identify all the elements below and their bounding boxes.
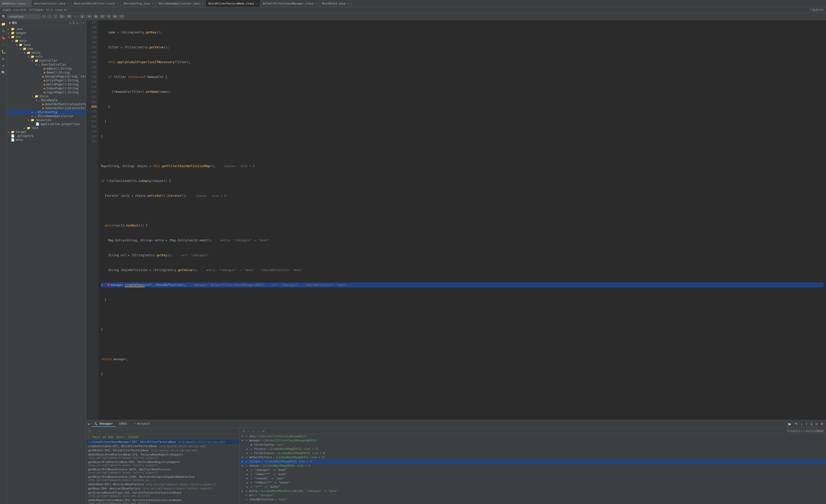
stack-item-10[interactable]: addAsRegistrationBean:193, ServletContex… [86,498,239,504]
tree-item-usercontroller[interactable]: ▼ ☕ UserController [7,63,86,67]
debug-icon[interactable]: 🐛 [0,49,6,55]
var-item-defaultfilters[interactable]: ▼ ≡ defaultFilters = {LinkedHashMap@5013… [240,455,826,459]
var-item-chain-admin[interactable]: ▶ ≡ "/admin/**" -> "authc" [240,481,826,485]
step-over-btn[interactable]: ↷ [793,421,799,427]
debug-tab-debugger[interactable]: 🐛 Debugger [92,421,116,427]
stack-item-0[interactable]: → createFilterChainManager:397, ShiroFil… [86,440,239,444]
tree-item-controller-folder[interactable]: ▼ 📁 Controller [7,59,86,63]
tab-abstractshirofilter[interactable]: AbstractShiroFilter.class × [71,0,121,7]
remove-watch-btn[interactable]: − [247,429,250,433]
tree-item-shiro[interactable]: ▼ 📁 shiro [7,51,86,55]
filter-btn[interactable]: ▽ [88,429,91,433]
var-item-chain-demo[interactable]: ▶ ≡ "/demo/**" -> "anon" [240,472,826,476]
tab-shiroconfig[interactable]: ShiroConfig.java × [121,0,156,7]
bookmark-icon[interactable]: 🔖 [0,35,6,41]
run-icon[interactable]: ▶ [1,56,5,62]
tab-shiroconfig-close[interactable]: × [152,2,153,5]
tree-item-dogetauthz[interactable]: ▶ ● doGetAuthorizationInfo(Pri... [7,106,86,110]
var-item-entry[interactable]: ▶ ≡ entry = {LinkedHashMap$Entry@5110} "… [240,489,826,493]
resume-btn[interactable]: ▶ [787,421,792,427]
tree-item-mainrealm[interactable]: ▼ ☕ MainRealm [7,98,86,102]
tab-abstractshirofilter-close[interactable]: × [117,2,118,5]
search-down-btn[interactable]: ▼ [86,15,92,18]
tree-item-test[interactable]: ▶ 📁 test [7,126,86,130]
var-expand-icon[interactable]: ▼ [242,456,245,459]
tree-item-mvn[interactable]: ▶ 📁 .mvn [7,27,86,31]
run-icon[interactable]: ▶ [88,422,90,426]
search-all-btn[interactable]: ☰ [100,15,105,18]
gear-icon[interactable]: ⚙ [69,21,71,25]
var-item-this[interactable]: ▼ ≡ this = {ShiroFilterFactoryBean@4917} [240,434,826,438]
frames-btn[interactable]: ≡ [820,421,824,427]
tree-item-admin[interactable]: ▶ ● admin():String [7,67,86,71]
var-item-filters-selected[interactable]: ▶ ≡ filters = {LinkedHashMap@4919} size … [240,459,826,464]
search-filter2-btn[interactable]: ▽ [119,15,124,18]
step-into-btn[interactable]: ↓ [800,421,804,427]
settings-icon[interactable]: ⚙ [1,63,5,69]
tree-item-com[interactable]: ▼ 📁 com [7,47,86,51]
tab-shirofilterfactorybean-close[interactable]: × [256,2,257,5]
var-expand-icon[interactable]: ▶ [242,494,245,497]
search-next-btn[interactable]: ↓ [48,15,52,18]
tree-item-dologinpage[interactable]: ▶ ● doLoginPage(String, String,... [7,74,86,78]
tab-mainrealm-close[interactable]: × [347,2,349,5]
stop-btn[interactable]: ■ [814,421,819,427]
search-options-btn[interactable]: ⚙ [112,15,118,18]
sort-icon[interactable]: ⇅ [76,21,78,25]
project-icon[interactable]: 📁 [0,21,6,27]
tab-shirofilterfactorybean[interactable]: ShiroFilterFactoryBean.class × [206,0,260,7]
tree-item-indexpage[interactable]: ▶ ● IndexPage():String [7,86,86,90]
search-wrap-btn[interactable]: ↕ [53,15,57,18]
tree-item-dogetauth[interactable]: ▶ ● doGetAuthenticationInfo(Au... [7,102,86,106]
var-expand-icon[interactable]: ▶ [242,460,245,463]
tree-item-java[interactable]: ▼ 📁 java [7,43,86,47]
stack-item-9[interactable]: getOrderedBeansOfType:235, ServletContex… [86,491,239,498]
restore-watch-btn[interactable]: ↩ [261,429,266,433]
git-icon[interactable]: ⑃ [1,42,5,48]
var-expand-icon[interactable]: ▼ [242,435,245,438]
tree-item-shiroconfig[interactable]: ▶ ☕ ShiroConfig [7,110,86,114]
structure-icon[interactable]: ⊞ [1,28,5,34]
download-source-btn[interactable]: 下载源代码 [810,8,824,12]
search-sidebar-icon[interactable]: 🔍 [0,70,6,75]
tab-usercontroller[interactable]: UserController.java × [32,0,71,7]
var-expand-icon[interactable]: ▶ [242,490,245,492]
search-input[interactable] [9,15,39,18]
debug-tab-console[interactable]: 控制台 [116,421,130,427]
var-expand-icon[interactable]: ▼ [242,439,245,442]
tab-shirodemoapplication-close[interactable]: × [201,2,203,5]
add-watch-btn[interactable]: + [242,429,246,433]
search-prev-btn[interactable]: ↑ [42,15,46,18]
tree-item-mvnw[interactable]: ▶ 📄 mvnw [7,138,86,142]
tree-item-src[interactable]: ▼ 📁 src [7,35,86,39]
var-item-chaindefinition[interactable]: ▶ ≡ chainDefinition = "anon" [240,497,826,502]
tree-item-hellopage[interactable]: ▶ ● helloPage():String [7,82,86,86]
var-expand-icon[interactable]: ▶ [247,452,250,454]
var-item-manager[interactable]: ▼ ≡ manager = {DefaultFilterChainManager… [240,438,826,443]
debug-tab-actuator[interactable]: ⚡ Actuator [131,421,153,427]
tree-item-demo[interactable]: ▶ ● demo():String [7,71,86,74]
close-sidebar-icon[interactable]: × [82,21,84,25]
stack-item-1[interactable]: createInstance:437, ShiroFilterFactoryBe… [86,444,239,448]
tree-item-appprop[interactable]: ▶ 📄 application.properties [7,122,86,126]
var-item-chain-all[interactable]: ▶ ≡ "/**" -> "authc" [240,485,826,489]
tree-item-target[interactable]: ▶ 📁 target [7,130,86,134]
var-item-chains[interactable]: ▼ ≡ chains = {LinkedHashMap@4920} size =… [240,464,826,468]
search-close-btn[interactable]: ≡ [107,15,111,18]
up-watch-btn[interactable]: ↑ [251,429,255,433]
var-item-filterchains[interactable]: ▶ ≡ filterChains = {LinkedHashMap@5014} … [240,451,826,455]
tab-usercontroller-close[interactable]: × [67,2,69,5]
var-expand-icon[interactable]: ▼ [242,464,245,467]
var-item-filterconfig[interactable]: ▶ ● filterConfig = null [240,443,826,447]
tree-item-errorpage[interactable]: ▶ ● errorPage():String [7,78,86,82]
tree-item-gitignore[interactable]: ▶ 📄 .gitignore [7,134,86,138]
tab-mainrealm[interactable]: MainRealm.java × [320,0,352,7]
tab-webutils[interactable]: WebUtils.class × [0,0,32,7]
var-expand-icon[interactable]: ▶ [247,443,250,446]
var-expand-icon[interactable]: ▶ [247,486,250,488]
stack-item-2[interactable]: getObject:343, ShiroFilterFactoryBean (o… [86,448,239,452]
tree-item-vuln[interactable]: ▼ 📁 vuln [7,55,86,59]
var-item-chain-dologin[interactable]: ▶ ≡ "/doLogin" -> "anon" [240,468,826,472]
stack-item-8[interactable]: getBean:204, AbstractBeanFactory (org.sp… [86,487,239,491]
var-expand-icon[interactable]: ▶ [242,498,245,501]
